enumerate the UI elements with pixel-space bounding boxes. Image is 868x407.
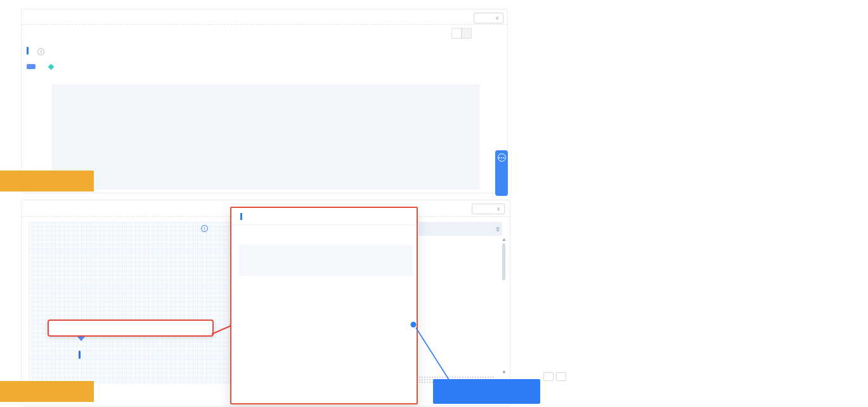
- popup-accent-bar: [240, 213, 242, 220]
- score-curve-chart: [239, 245, 413, 276]
- bar-line-chart: [52, 84, 480, 190]
- tab-export-quantity[interactable]: [462, 28, 472, 39]
- badge-company-concentration: [0, 171, 94, 191]
- cr8-gauge-chart: [38, 223, 228, 323]
- chevron-down-icon: ∨: [495, 15, 499, 21]
- scrollbar-thumb[interactable]: [502, 243, 505, 280]
- legend-item-bar[interactable]: [27, 64, 39, 69]
- online-service-button[interactable]: [495, 150, 508, 196]
- bar-swatch-icon: [27, 64, 36, 69]
- section-accent-bar: [27, 47, 29, 55]
- data-table-header: [418, 222, 502, 236]
- divider: [22, 24, 507, 25]
- sort-icon[interactable]: [496, 226, 500, 232]
- result-tooltip: [48, 320, 214, 337]
- score-explain-link[interactable]: i: [199, 225, 208, 232]
- tooltip-pointer-icon: [77, 337, 85, 341]
- year-select-top[interactable]: ∨: [474, 13, 503, 23]
- unit-tab-group: [451, 28, 472, 39]
- chart-legend: [27, 64, 56, 69]
- badge-concentration-detail: [0, 381, 94, 402]
- score-scale-marker: [79, 351, 81, 359]
- interpret-model-button[interactable]: [433, 379, 540, 404]
- scroll-up-icon[interactable]: ▲: [502, 237, 507, 242]
- legend-item-line[interactable]: [49, 64, 56, 69]
- column-header-export[interactable]: [460, 226, 502, 232]
- info-icon: i: [201, 225, 208, 232]
- tab-export-amount[interactable]: [451, 28, 462, 39]
- year-select-bottom[interactable]: ∨: [472, 204, 505, 214]
- dashboard: { "colors": { "accent": "#2e7cf6", "bar"…: [0, 0, 868, 407]
- info-icon[interactable]: i: [37, 48, 44, 55]
- chat-bubble-icon: [498, 153, 506, 162]
- pagination-item[interactable]: [543, 372, 554, 381]
- pagination-item[interactable]: [556, 372, 566, 381]
- connector-line: [406, 319, 463, 389]
- connector-dot-icon: [411, 322, 417, 328]
- section-header: i: [27, 44, 44, 56]
- popup-header: [231, 208, 417, 220]
- chevron-down-icon: ∨: [496, 206, 500, 212]
- scroll-down-icon[interactable]: ▼: [502, 370, 507, 375]
- divider: [231, 224, 417, 225]
- diamond-swatch-icon: [48, 63, 55, 70]
- score-explain-popup: [230, 207, 418, 404]
